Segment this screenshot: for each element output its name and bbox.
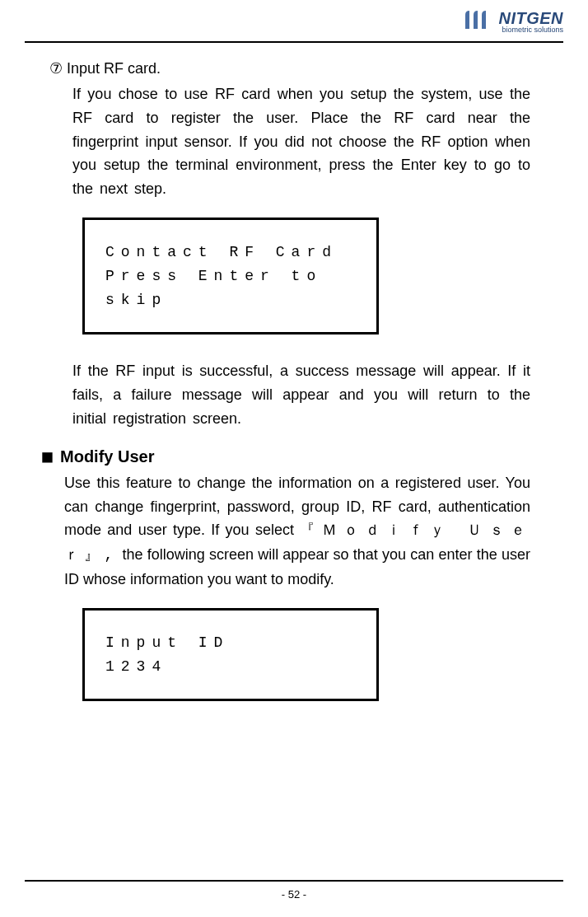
section-body-text-2: the following screen will appear so that… xyxy=(64,546,530,587)
footer-divider xyxy=(25,880,563,882)
section-bullet-icon: ◼ xyxy=(41,447,54,466)
lcd-line: Contact RF Card xyxy=(105,241,356,264)
step-body-1: If you chose to use RF card when you set… xyxy=(72,82,530,201)
logo-sub-text: biometric solutions xyxy=(498,26,563,34)
lcd-line: Input ID xyxy=(105,631,356,655)
lcd-line: skip xyxy=(105,288,356,312)
logo-icon xyxy=(463,8,494,35)
section-body: Use this feature to change the informati… xyxy=(64,471,530,592)
page-number: - 52 - xyxy=(0,888,588,901)
section-header: ◼ Modify User xyxy=(41,447,530,466)
lcd-line: Press Enter to xyxy=(105,264,356,288)
lcd-line: 1234 xyxy=(105,655,356,679)
step-body-2: If the RF input is successful, a success… xyxy=(72,359,530,430)
step-header: ⑦ Input RF card. xyxy=(49,59,530,77)
lcd-display-1: Contact RF Card Press Enter to skip xyxy=(82,218,379,335)
page-header: NITGEN biometric solutions xyxy=(0,0,588,41)
page-footer: - 52 - xyxy=(0,880,588,901)
lcd-display-2: Input ID 1234 xyxy=(82,608,379,702)
logo: NITGEN biometric solutions xyxy=(463,8,563,35)
step-number: ⑦ xyxy=(49,60,63,77)
section-title: Modify User xyxy=(60,447,154,466)
content-area: ⑦ Input RF card. If you chose to use RF … xyxy=(0,43,588,742)
step-title: Input RF card. xyxy=(67,60,161,77)
logo-text: NITGEN biometric solutions xyxy=(498,10,563,34)
logo-main-text: NITGEN xyxy=(498,10,563,26)
